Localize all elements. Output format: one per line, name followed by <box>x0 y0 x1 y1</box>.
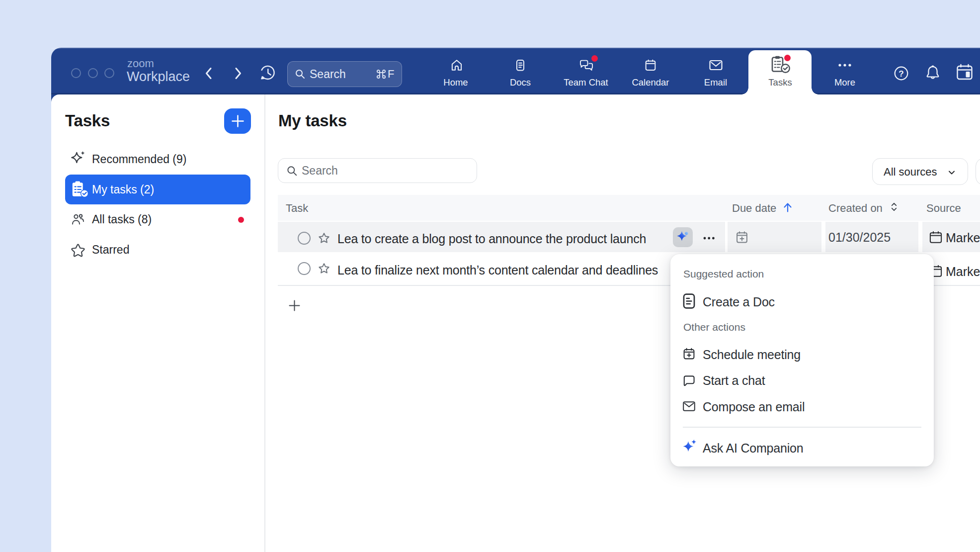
svg-text:?: ? <box>898 69 903 79</box>
